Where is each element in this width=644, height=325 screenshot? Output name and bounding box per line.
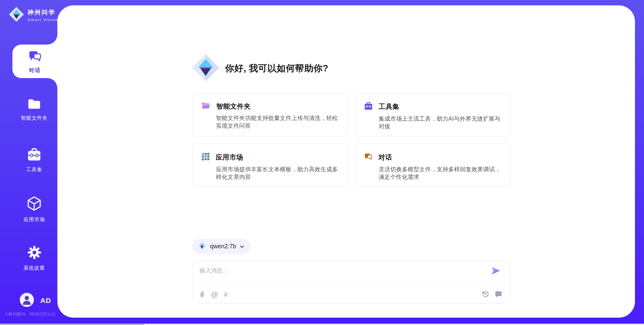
brand-subtitle: Smart Vision (28, 18, 58, 22)
greeting-title: 你好, 我可以如何帮助你? (225, 62, 328, 74)
card-title: 工具集 (379, 102, 399, 111)
card-toolset[interactable]: 工具集 集成市场上主流工具，助力AI与外界无缝扩展与对接 (355, 93, 511, 136)
chat-bubbles-icon (28, 49, 42, 64)
message-composer: @ # (192, 261, 511, 304)
user-profile[interactable]: AD (19, 292, 51, 309)
composer-divider (198, 283, 505, 284)
cube-icon (26, 196, 42, 213)
feature-cards: 智能文件夹 智能文件夹功能支持批量文件上传与清洗，轻松实现文件问答 (192, 93, 511, 187)
user-name: AD (40, 297, 51, 305)
greeting: 你好, 我可以如何帮助你? (192, 54, 328, 83)
history-button[interactable] (482, 290, 489, 298)
sidebar-item-toolset[interactable]: 工具集 (9, 148, 59, 173)
card-app-market[interactable]: 应用市场 应用市场提供丰富长文本模板，助力高效生成多样化文章内容 (192, 143, 348, 187)
sidebar-item-label: 智能文件夹 (21, 115, 48, 121)
brand-logo-icon (9, 7, 24, 23)
sidebar-item-app-market[interactable]: 应用市场 (9, 196, 59, 223)
card-description: 应用市场提供丰富长文本模板，助力高效生成多样化文章内容 (216, 166, 339, 181)
sidebar-item-smart-folder[interactable]: 智能文件夹 (9, 98, 59, 121)
message-input[interactable] (200, 265, 488, 276)
sidebar-item-label: 应用市场 (23, 216, 45, 223)
card-smart-folder[interactable]: 智能文件夹 智能文件夹功能支持批量文件上传与清洗，轻松实现文件问答 (192, 93, 348, 136)
sidebar-item-chat[interactable]: 对话 (12, 45, 57, 78)
logo-diamond-icon (192, 54, 220, 83)
briefcase-icon (364, 102, 373, 112)
card-title: 智能文件夹 (216, 102, 251, 111)
brand[interactable]: 神州问学 Smart Vision (9, 7, 58, 23)
app-grid-icon (201, 152, 210, 162)
send-arrow-icon (491, 266, 501, 275)
model-selector[interactable]: qwen2:7b (192, 239, 251, 254)
card-description: 集成市场上主流工具，助力AI与外界无缝扩展与对接 (379, 115, 501, 131)
brand-name: 神州问学 (28, 8, 58, 16)
copyright-text: ©神州数码 · 神州问学出品 (5, 311, 56, 317)
sidebar-item-label: 对话 (29, 67, 41, 74)
card-title: 应用市场 (216, 153, 243, 162)
briefcase-icon (27, 148, 42, 163)
attach-file-button[interactable] (199, 290, 205, 298)
chat-filled-icon (495, 290, 502, 298)
card-title: 对话 (378, 153, 392, 162)
card-description: 灵活切换多模型文件，支持多样回复效果调试，满足个性化需求 (379, 166, 501, 181)
chat-panel-button[interactable] (495, 290, 502, 298)
horizontal-scrollbar[interactable] (0, 324, 644, 325)
folder-open-icon (201, 102, 211, 111)
sidebar-item-label: 系统设置 (23, 265, 45, 271)
card-chat[interactable]: 对话 灵活切换多模型文件，支持多样回复效果调试，满足个性化需求 (355, 143, 511, 187)
chat-bubbles-icon (364, 152, 373, 162)
scrollbar-thumb[interactable] (0, 324, 144, 325)
sidebar-item-label: 工具集 (26, 167, 42, 173)
card-description: 智能文件夹功能支持批量文件上传与清洗，轻松实现文件问答 (216, 114, 339, 130)
topic-button[interactable]: # (224, 291, 228, 298)
gear-icon (27, 245, 42, 261)
logo-diamond-icon (198, 242, 206, 252)
app-window: 神州问学 Smart Vision 对话 智能文件夹 (0, 0, 644, 325)
sidebar-item-settings[interactable]: 系统设置 (9, 245, 59, 271)
folder-icon (27, 98, 41, 111)
avatar (19, 292, 34, 309)
send-button[interactable] (491, 266, 501, 276)
paperclip-icon (199, 290, 205, 298)
model-name: qwen2:7b (210, 243, 236, 250)
composer-toolbar: @ # (199, 288, 502, 300)
mention-button[interactable]: @ (211, 291, 218, 298)
history-icon (482, 290, 489, 298)
chevron-down-icon (240, 244, 244, 250)
